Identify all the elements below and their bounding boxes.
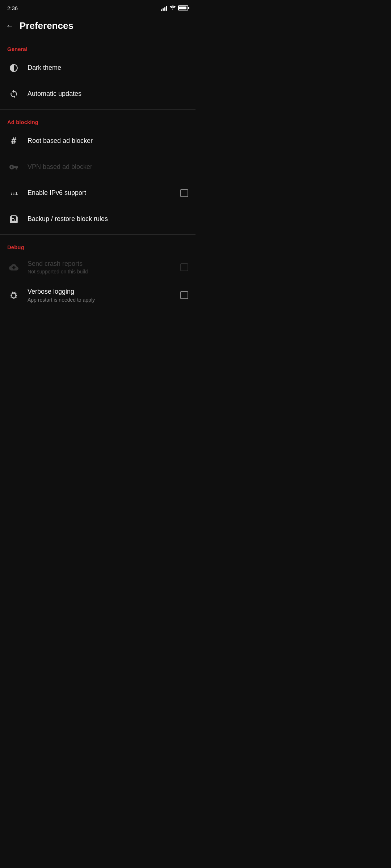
signal-icon bbox=[161, 5, 167, 11]
pref-vpn-ad-blocker-text: VPN based ad blocker bbox=[28, 163, 188, 171]
sd-card-icon bbox=[7, 213, 20, 226]
section-ad-blocking-label: Ad blocking bbox=[0, 112, 196, 128]
ipv6-icon: ::1 bbox=[7, 187, 20, 200]
pref-auto-updates[interactable]: Automatic updates bbox=[0, 81, 196, 107]
pref-dark-theme[interactable]: Dark theme bbox=[0, 55, 196, 81]
section-general: General Dark theme Automatic updates bbox=[0, 39, 196, 107]
section-debug-label: Debug bbox=[0, 237, 196, 253]
pref-root-ad-blocker-title: Root based ad blocker bbox=[28, 137, 188, 145]
bug-icon bbox=[7, 289, 20, 302]
pref-ipv6-title: Enable IPv6 support bbox=[28, 189, 173, 197]
status-bar: 2:36 bbox=[0, 0, 196, 14]
pref-verbose-logging-text: Verbose logging App restart is needed to… bbox=[28, 288, 173, 302]
brightness-icon bbox=[7, 61, 20, 75]
pref-root-ad-blocker[interactable]: # Root based ad blocker bbox=[0, 128, 196, 154]
pref-ipv6-checkbox[interactable] bbox=[180, 189, 188, 197]
pref-backup-restore[interactable]: Backup / restore block rules bbox=[0, 206, 196, 232]
pref-dark-theme-text: Dark theme bbox=[28, 64, 188, 72]
pref-ipv6[interactable]: ::1 Enable IPv6 support bbox=[0, 180, 196, 206]
pref-crash-reports-text: Send crash reports Not supported on this… bbox=[28, 260, 173, 275]
section-debug: Debug Send crash reports Not supported o… bbox=[0, 237, 196, 309]
toolbar: ← Preferences bbox=[0, 14, 196, 39]
pref-verbose-logging-subtitle: App restart is needed to apply bbox=[28, 297, 173, 303]
divider-2 bbox=[0, 234, 196, 235]
wifi-icon bbox=[169, 5, 176, 11]
section-ad-blocking: Ad blocking # Root based ad blocker VPN … bbox=[0, 112, 196, 232]
pref-vpn-ad-blocker: VPN based ad blocker bbox=[0, 154, 196, 180]
pref-crash-reports: Send crash reports Not supported on this… bbox=[0, 253, 196, 281]
pref-root-ad-blocker-text: Root based ad blocker bbox=[28, 137, 188, 145]
pref-crash-reports-checkbox bbox=[180, 263, 188, 271]
upload-cloud-icon bbox=[7, 261, 20, 274]
pref-crash-reports-title: Send crash reports bbox=[28, 260, 173, 268]
pref-verbose-logging[interactable]: Verbose logging App restart is needed to… bbox=[0, 281, 196, 309]
update-icon bbox=[7, 88, 20, 101]
page-title: Preferences bbox=[20, 20, 73, 31]
battery-icon bbox=[178, 5, 188, 10]
status-time: 2:36 bbox=[7, 5, 18, 11]
pref-verbose-logging-checkbox[interactable] bbox=[180, 291, 188, 299]
key-icon bbox=[7, 161, 20, 174]
status-icons bbox=[161, 5, 188, 11]
pref-vpn-ad-blocker-title: VPN based ad blocker bbox=[28, 163, 188, 171]
pref-ipv6-text: Enable IPv6 support bbox=[28, 189, 173, 197]
divider-1 bbox=[0, 109, 196, 110]
hash-icon: # bbox=[7, 135, 20, 148]
back-button[interactable]: ← bbox=[6, 21, 14, 31]
pref-verbose-logging-title: Verbose logging bbox=[28, 288, 173, 296]
pref-dark-theme-title: Dark theme bbox=[28, 64, 188, 72]
pref-auto-updates-title: Automatic updates bbox=[28, 90, 188, 98]
pref-crash-reports-subtitle: Not supported on this build bbox=[28, 269, 173, 275]
pref-auto-updates-text: Automatic updates bbox=[28, 90, 188, 98]
pref-backup-restore-text: Backup / restore block rules bbox=[28, 215, 188, 223]
section-general-label: General bbox=[0, 39, 196, 55]
pref-backup-restore-title: Backup / restore block rules bbox=[28, 215, 188, 223]
